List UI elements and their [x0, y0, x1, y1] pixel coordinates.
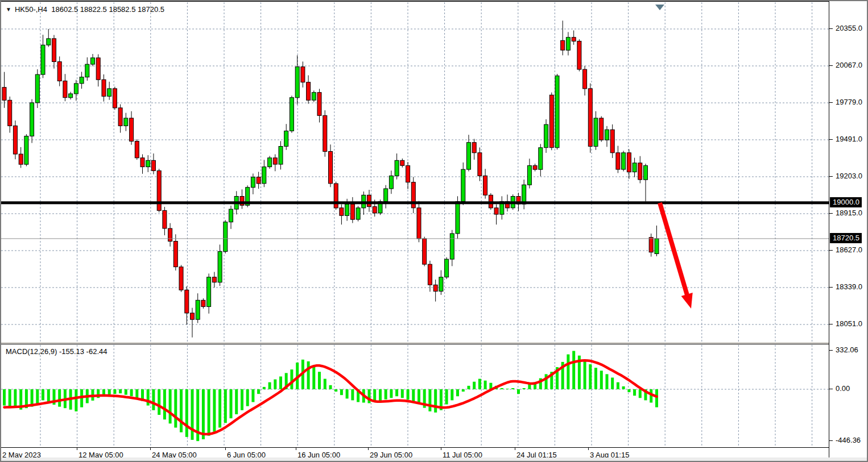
candle-body[interactable]	[124, 118, 128, 126]
candle-body[interactable]	[367, 195, 371, 206]
candle-body[interactable]	[334, 184, 338, 208]
candle-body[interactable]	[85, 64, 89, 77]
candle-body[interactable]	[317, 93, 321, 116]
candle-body[interactable]	[605, 130, 609, 140]
price-axis[interactable]: 20355.020067.019779.019491.019203.018915…	[829, 1, 867, 461]
candle-body[interactable]	[373, 207, 377, 213]
candle-body[interactable]	[251, 177, 255, 188]
candle-body[interactable]	[135, 141, 139, 158]
candle-body[interactable]	[229, 209, 233, 222]
candle-body[interactable]	[108, 89, 111, 97]
candle-body[interactable]	[257, 177, 261, 184]
candle-body[interactable]	[212, 277, 216, 282]
candle-body[interactable]	[151, 160, 155, 170]
macd-chart[interactable]	[1, 344, 829, 447]
candle-body[interactable]	[423, 239, 427, 264]
candle-body[interactable]	[63, 81, 67, 97]
candle-body[interactable]	[312, 93, 316, 101]
candle-body[interactable]	[350, 204, 354, 219]
candle-body[interactable]	[544, 124, 548, 148]
horizontal-level-line[interactable]	[1, 201, 829, 204]
down-arrow-shaft[interactable]	[660, 203, 688, 296]
candle-body[interactable]	[13, 126, 17, 154]
candle-body[interactable]	[262, 167, 266, 184]
candle-body[interactable]	[207, 277, 211, 307]
candle-body[interactable]	[74, 84, 78, 94]
candle-body[interactable]	[445, 259, 449, 277]
candle-body[interactable]	[406, 165, 410, 182]
candle-body[interactable]	[467, 143, 471, 169]
candle-body[interactable]	[201, 300, 205, 306]
candle-body[interactable]	[572, 38, 576, 41]
candle-body[interactable]	[91, 58, 95, 64]
candle-body[interactable]	[130, 118, 134, 141]
candle-body[interactable]	[329, 152, 333, 184]
candle-body[interactable]	[35, 74, 39, 103]
candle-body[interactable]	[577, 41, 581, 69]
candle-body[interactable]	[610, 130, 614, 153]
candle-body[interactable]	[140, 158, 144, 167]
candle-body[interactable]	[307, 82, 311, 101]
candle-body[interactable]	[483, 176, 487, 195]
candle-body[interactable]	[594, 118, 598, 147]
candle-body[interactable]	[224, 222, 228, 252]
candle-body[interactable]	[268, 158, 272, 167]
candle-body[interactable]	[539, 148, 543, 169]
candle-body[interactable]	[622, 153, 626, 169]
candle-body[interactable]	[96, 58, 100, 80]
candle-body[interactable]	[47, 39, 51, 45]
candle-body[interactable]	[185, 290, 189, 313]
candle-body[interactable]	[494, 208, 498, 214]
candle-body[interactable]	[549, 95, 553, 148]
candle-body[interactable]	[472, 143, 476, 153]
candle-body[interactable]	[384, 189, 388, 202]
candle-body[interactable]	[522, 185, 526, 204]
candle-body[interactable]	[290, 98, 294, 131]
candle-body[interactable]	[439, 277, 443, 292]
candle-body[interactable]	[52, 39, 56, 62]
candle-body[interactable]	[533, 165, 537, 169]
candle-body[interactable]	[191, 313, 195, 319]
candle-body[interactable]	[627, 153, 631, 172]
candle-body[interactable]	[2, 88, 6, 101]
candle-body[interactable]	[644, 165, 648, 180]
candle-body[interactable]	[69, 94, 73, 98]
candle-body[interactable]	[600, 118, 604, 140]
candle-body[interactable]	[24, 136, 28, 165]
candle-body[interactable]	[284, 131, 288, 146]
candle-body[interactable]	[279, 147, 283, 165]
candlestick-chart[interactable]	[1, 2, 829, 342]
candle-body[interactable]	[478, 153, 482, 176]
candle-body[interactable]	[356, 208, 360, 219]
candle-body[interactable]	[295, 67, 299, 98]
candle-body[interactable]	[417, 208, 421, 239]
candle-body[interactable]	[433, 285, 437, 291]
candle-body[interactable]	[450, 234, 454, 259]
candle-body[interactable]	[157, 170, 161, 210]
candle-body[interactable]	[41, 45, 45, 74]
candle-body[interactable]	[273, 158, 277, 164]
candle-body[interactable]	[345, 204, 349, 215]
candle-body[interactable]	[395, 160, 399, 176]
candle-body[interactable]	[527, 165, 531, 185]
candle-body[interactable]	[218, 252, 222, 282]
candle-body[interactable]	[301, 67, 305, 82]
candle-body[interactable]	[456, 202, 460, 234]
candle-body[interactable]	[179, 267, 183, 290]
candle-body[interactable]	[8, 100, 12, 126]
candle-body[interactable]	[583, 69, 587, 89]
candle-body[interactable]	[196, 300, 200, 319]
candle-body[interactable]	[428, 264, 432, 285]
candle-body[interactable]	[588, 89, 592, 147]
candle-body[interactable]	[561, 40, 565, 50]
candle-body[interactable]	[638, 163, 642, 180]
down-arrow-head-icon[interactable]	[681, 293, 693, 309]
candle-body[interactable]	[340, 208, 344, 216]
collapse-triangle-icon[interactable]: ▼	[6, 6, 11, 13]
candle-body[interactable]	[649, 238, 653, 252]
candle-body[interactable]	[113, 89, 117, 108]
candle-body[interactable]	[555, 76, 559, 147]
candle-body[interactable]	[655, 239, 659, 254]
candle-body[interactable]	[633, 163, 636, 172]
candle-body[interactable]	[400, 160, 404, 165]
